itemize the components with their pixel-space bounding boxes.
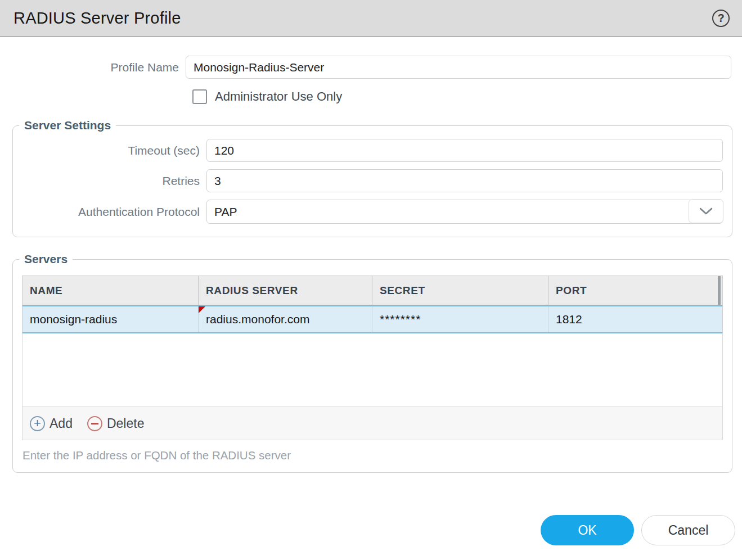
servers-group: Servers NAME RADIUS SERVER SECRET PORT m… xyxy=(12,252,732,473)
cancel-button[interactable]: Cancel xyxy=(641,515,735,545)
plus-circle-icon: + xyxy=(30,416,45,431)
profile-name-label: Profile Name xyxy=(0,61,186,74)
delete-button[interactable]: Delete xyxy=(87,416,144,431)
servers-table: NAME RADIUS SERVER SECRET PORT monosign-… xyxy=(22,276,723,333)
help-icon[interactable]: ? xyxy=(712,10,730,27)
admin-use-only-row: Administrator Use Only xyxy=(192,89,742,104)
column-header-secret[interactable]: SECRET xyxy=(372,276,548,305)
timeout-label: Timeout (sec) xyxy=(13,144,206,157)
servers-legend: Servers xyxy=(19,252,73,266)
server-settings-legend: Server Settings xyxy=(19,119,116,132)
dialog-header: RADIUS Server Profile ? xyxy=(0,0,742,37)
servers-table-header: NAME RADIUS SERVER SECRET PORT xyxy=(23,276,722,305)
ok-button[interactable]: OK xyxy=(541,515,634,545)
dialog-footer: OK Cancel xyxy=(0,515,735,545)
column-header-name[interactable]: NAME xyxy=(23,276,199,305)
timeout-input[interactable] xyxy=(206,139,723,162)
timeout-row: Timeout (sec) xyxy=(13,139,732,162)
retries-input[interactable] xyxy=(206,169,723,192)
column-header-radius-server[interactable]: RADIUS SERVER xyxy=(199,276,372,305)
admin-use-only-label: Administrator Use Only xyxy=(215,89,342,104)
servers-helper-text: Enter the IP address or FQDN of the RADI… xyxy=(23,449,723,462)
retries-label: Retries xyxy=(13,174,206,188)
admin-use-only-checkbox[interactable] xyxy=(192,89,207,104)
retries-row: Retries xyxy=(13,169,732,192)
cell-secret[interactable]: ******** xyxy=(372,306,548,332)
profile-name-input[interactable] xyxy=(186,56,731,79)
cell-port[interactable]: 1812 xyxy=(548,306,722,332)
cell-name[interactable]: monosign-radius xyxy=(23,306,199,332)
servers-table-footer: + Add Delete xyxy=(22,407,723,440)
cell-radius-server-text: radius.monofor.com xyxy=(206,313,309,326)
auth-protocol-row: Authentication Protocol PAP xyxy=(13,200,732,224)
auth-protocol-select[interactable]: PAP xyxy=(206,200,723,224)
server-settings-group: Server Settings Timeout (sec) Retries Au… xyxy=(12,119,732,237)
column-header-port[interactable]: PORT xyxy=(548,276,722,305)
servers-table-empty-area xyxy=(22,333,723,407)
add-button[interactable]: + Add xyxy=(30,416,73,431)
chevron-down-icon[interactable] xyxy=(689,199,723,223)
auth-protocol-label: Authentication Protocol xyxy=(13,205,206,219)
table-row[interactable]: monosign-radius radius.monofor.com *****… xyxy=(23,305,722,333)
add-button-label: Add xyxy=(50,416,73,431)
delete-button-label: Delete xyxy=(107,416,144,431)
minus-circle-icon xyxy=(87,416,102,431)
profile-name-row: Profile Name xyxy=(0,56,742,79)
cell-radius-server[interactable]: radius.monofor.com xyxy=(199,306,372,332)
modified-marker-icon xyxy=(199,306,205,313)
dialog-title: RADIUS Server Profile xyxy=(14,9,181,28)
